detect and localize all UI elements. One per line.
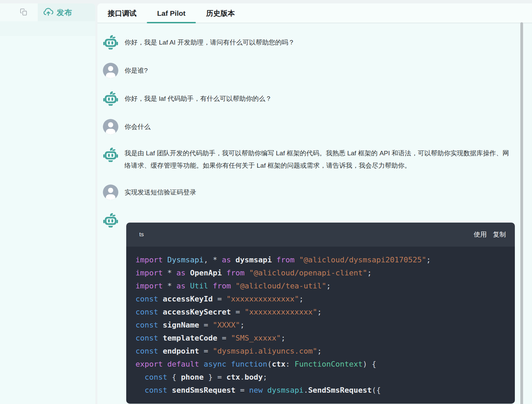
toolbar-segment bbox=[0, 3, 38, 21]
tab-api-debug[interactable]: 接口调试 bbox=[97, 3, 147, 23]
code-token: OpenApi bbox=[190, 269, 226, 277]
publish-label: 发布 bbox=[57, 8, 72, 18]
code-token: ; bbox=[299, 295, 304, 303]
robot-avatar-icon bbox=[103, 35, 118, 50]
code-language-label: ts bbox=[139, 231, 144, 238]
code-token: body bbox=[245, 373, 263, 381]
code-token: from bbox=[213, 282, 235, 290]
code-token: Dysmsapi bbox=[167, 256, 204, 264]
copy-button[interactable] bbox=[20, 9, 28, 17]
tab-history[interactable]: 历史版本 bbox=[196, 3, 245, 23]
code-token: import bbox=[135, 269, 167, 277]
user-avatar-icon bbox=[103, 185, 118, 200]
main-panel: 接口调试 Laf Pilot 历史版本 bbox=[97, 3, 532, 404]
message-row: 你会什么 bbox=[103, 119, 527, 134]
message-row: 实现发送短信验证码登录 bbox=[103, 185, 527, 200]
code-token: import bbox=[135, 256, 167, 264]
code-token: ( bbox=[267, 360, 272, 368]
code-line: import * as Util from "@alicloud/tea-uti… bbox=[135, 280, 515, 293]
code-token: endpoint bbox=[163, 347, 203, 355]
tab-bar: 接口调试 Laf Pilot 历史版本 bbox=[97, 3, 532, 23]
left-panel: 发布 bbox=[0, 3, 95, 404]
copy-icon bbox=[20, 8, 27, 17]
message-text: 你好，我是 Laf AI 开发助理，请问有什么可以帮助您的吗？ bbox=[125, 36, 295, 49]
code-token: default bbox=[167, 360, 204, 368]
robot-avatar-icon bbox=[103, 91, 118, 106]
tab-laf-pilot[interactable]: Laf Pilot bbox=[147, 3, 196, 23]
code-line: const templateCode = "SMS_xxxxx"; bbox=[135, 332, 515, 345]
code-token: = bbox=[240, 386, 249, 394]
code-token: FunctionContext bbox=[295, 360, 363, 368]
app-window: 发布 接口调试 Laf Pilot 历史版本 bbox=[0, 0, 532, 404]
message-row: 你是谁? bbox=[103, 63, 527, 78]
code-token: ; bbox=[317, 347, 322, 355]
code-token: async bbox=[204, 360, 231, 368]
chat-area: 你好，我是 Laf AI 开发助理，请问有什么可以帮助您的吗？ 你是谁? bbox=[97, 23, 532, 404]
code-line: const accessKeyId = "xxxxxxxxxxxxxx"; bbox=[135, 293, 515, 306]
code-token: dysmsapi bbox=[267, 386, 304, 394]
code-line: export default async function(ctx: Funct… bbox=[135, 358, 515, 371]
user-avatar-icon bbox=[103, 119, 118, 134]
message-text: 实现发送短信验证码登录 bbox=[125, 186, 196, 199]
code-token bbox=[135, 373, 145, 381]
use-code-button[interactable]: 使用 bbox=[474, 230, 487, 239]
code-token: ctx bbox=[226, 373, 240, 381]
code-token: Util bbox=[190, 282, 213, 290]
code-token: as bbox=[222, 256, 236, 264]
message-text: 我是由 Laf 团队开发的代码助手，我可以帮助你编写 Laf 框架的代码。我熟悉… bbox=[125, 147, 516, 172]
code-token: = bbox=[222, 334, 231, 342]
code-line: import Dysmsapi, * as dysmsapi from "@al… bbox=[135, 253, 515, 266]
publish-button[interactable]: 发布 bbox=[43, 7, 72, 19]
code-token: "@alicloud/dysmsapi20170525" bbox=[299, 256, 426, 264]
code-token: ; bbox=[326, 282, 331, 290]
code-token: accessKeySecret bbox=[163, 308, 235, 316]
code-token: const bbox=[145, 373, 172, 381]
code-token: new bbox=[249, 386, 267, 394]
message-row: 我是由 Laf 团队开发的代码助手，我可以帮助你编写 Laf 框架的代码。我熟悉… bbox=[103, 147, 527, 172]
code-token: "dysmsapi.aliyuncs.com" bbox=[213, 347, 317, 355]
code-token: const bbox=[135, 321, 163, 329]
code-token: ({ bbox=[372, 386, 381, 394]
code-token: templateCode bbox=[163, 334, 222, 342]
code-token: const bbox=[135, 334, 163, 342]
user-avatar-icon bbox=[103, 63, 118, 78]
code-token: ; bbox=[367, 269, 372, 277]
code-token: ; bbox=[317, 308, 322, 316]
code-token: * bbox=[167, 269, 177, 277]
vertical-scrollbar[interactable] bbox=[520, 22, 523, 404]
message-text: 你好，我是 laf 代码助手，有什么可以帮助你的么？ bbox=[125, 93, 272, 105]
code-token: signName bbox=[163, 321, 203, 329]
code-token: "xxxxxxxxxxxxxx" bbox=[245, 308, 317, 316]
code-token: SendSmsRequest bbox=[308, 386, 371, 394]
code-token: : bbox=[285, 360, 295, 368]
code-body: import Dysmsapi, * as dysmsapi from "@al… bbox=[126, 247, 515, 404]
code-token: as bbox=[176, 269, 190, 277]
code-token: const bbox=[135, 347, 163, 355]
tab-laf-pilot-label: Laf Pilot bbox=[157, 9, 186, 17]
code-token: ; bbox=[240, 321, 245, 329]
code-token: ; bbox=[426, 256, 431, 264]
code-line: const signName = "XXXX"; bbox=[135, 319, 515, 332]
code-token: as bbox=[176, 282, 190, 290]
code-token: ctx bbox=[272, 360, 285, 368]
code-token: "@alicloud/tea-util" bbox=[235, 282, 326, 290]
code-token: = bbox=[204, 321, 213, 329]
cloud-upload-icon bbox=[43, 7, 54, 19]
code-line: const { phone } = ctx.body; bbox=[135, 371, 515, 384]
code-token: const bbox=[145, 386, 172, 394]
code-token: export bbox=[135, 360, 167, 368]
code-token: ; bbox=[281, 334, 285, 342]
robot-avatar-icon bbox=[103, 213, 118, 228]
code-token: . bbox=[240, 373, 245, 381]
code-token: * bbox=[167, 282, 177, 290]
code-token: function bbox=[231, 360, 267, 368]
code-line: const accessKeySecret = "xxxxxxxxxxxxxx"… bbox=[135, 306, 515, 319]
code-header: ts 使用 复制 bbox=[126, 223, 515, 247]
code-token: , * bbox=[204, 256, 222, 264]
copy-code-button[interactable]: 复制 bbox=[493, 230, 506, 239]
code-line: const endpoint = "dysmsapi.aliyuncs.com"… bbox=[135, 345, 515, 358]
message-text: 你会什么 bbox=[125, 121, 151, 133]
code-token: sendSmsRequest bbox=[172, 386, 240, 394]
robot-avatar-icon bbox=[103, 147, 118, 163]
code-token: = bbox=[235, 308, 245, 316]
